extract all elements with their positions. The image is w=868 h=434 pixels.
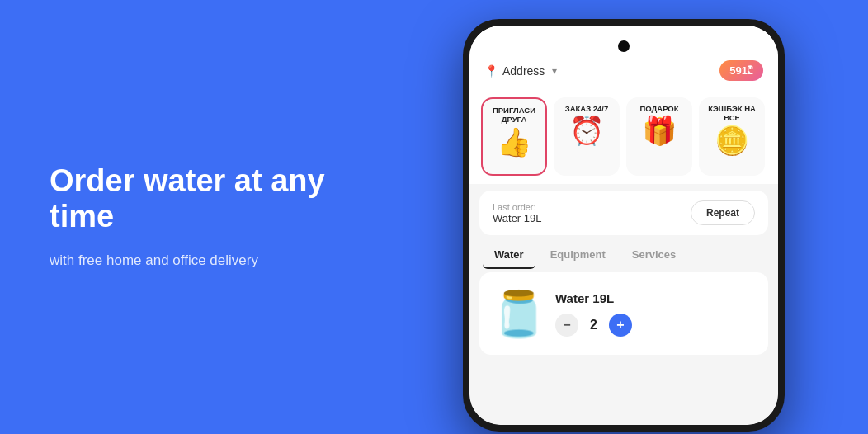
last-order-label: Last order: [493,202,542,212]
phone-screen: 📍 Address ▾ 591₾ ПРИГЛАСИ ДРУГА 👍 [469,26,778,425]
tab-water[interactable]: Water [483,242,535,269]
tab-services[interactable]: Services [620,242,688,269]
promo-card-invite[interactable]: ПРИГЛАСИ ДРУГА 👍 [481,97,547,176]
promo-emoji-gift: 🎁 [642,116,677,144]
product-image: 🫙 [493,284,544,343]
chevron-down-icon: ▾ [552,65,557,77]
left-content: Order water at any time with free home a… [50,163,330,271]
balance-badge: 591₾ [719,60,763,81]
sub-heading: with free home and office delivery [50,250,330,271]
repeat-button[interactable]: Repeat [691,200,755,225]
tabs-section: Water Equipment Services [469,242,778,269]
promo-label-gift: ПОДАРОК [639,104,678,113]
quantity-increase-button[interactable]: + [609,314,632,337]
screen-content: 📍 Address ▾ 591₾ ПРИГЛАСИ ДРУГА 👍 [469,26,778,425]
address-text: Address [502,64,545,78]
promo-emoji-order: ⏰ [569,116,604,144]
water-jug-icon: 🫙 [491,291,546,336]
promo-card-gift[interactable]: ПОДАРОК 🎁 [626,97,692,176]
quantity-control: − 2 + [555,314,755,337]
promo-section: ПРИГЛАСИ ДРУГА 👍 ЗАКАЗ 24/7 ⏰ ПОДАРОК 🎁 [469,89,778,184]
phone-wrapper: 📍 Address ▾ 591₾ ПРИГЛАСИ ДРУГА 👍 [463,19,785,432]
last-order-value: Water 19L [493,212,542,224]
camera-hole [618,40,630,52]
top-bar: 📍 Address ▾ 591₾ [469,26,778,89]
pin-icon: 📍 [484,64,498,78]
product-name: Water 19L [555,291,755,305]
right-panel: 📍 Address ▾ 591₾ ПРИГЛАСИ ДРУГА 👍 [380,0,868,434]
quantity-decrease-button[interactable]: − [555,314,578,337]
main-heading: Order water at any time [50,163,330,235]
promo-emoji-invite: 👍 [497,128,531,156]
quantity-value: 2 [590,318,597,333]
left-panel: Order water at any time with free home a… [0,0,380,434]
tab-equipment[interactable]: Equipment [539,242,617,269]
product-section: 🫙 Water 19L − 2 + [479,272,768,355]
last-order-section: Last order: Water 19L Repeat [479,191,768,235]
last-order-info: Last order: Water 19L [493,202,542,224]
phone-outer: 📍 Address ▾ 591₾ ПРИГЛАСИ ДРУГА 👍 [463,19,785,432]
promo-card-cashback[interactable]: КЭШБЭК НА ВСЕ 🪙 [699,97,765,176]
product-info: Water 19L − 2 + [555,291,755,337]
address-row[interactable]: 📍 Address ▾ [484,64,557,78]
promo-emoji-cashback: 🪙 [715,126,749,154]
promo-label-cashback: КЭШБЭК НА ВСЕ [703,104,761,123]
promo-label-order: ЗАКАЗ 24/7 [565,104,609,113]
promo-card-order[interactable]: ЗАКАЗ 24/7 ⏰ [554,97,620,176]
promo-label-invite: ПРИГЛАСИ ДРУГА [487,106,541,125]
